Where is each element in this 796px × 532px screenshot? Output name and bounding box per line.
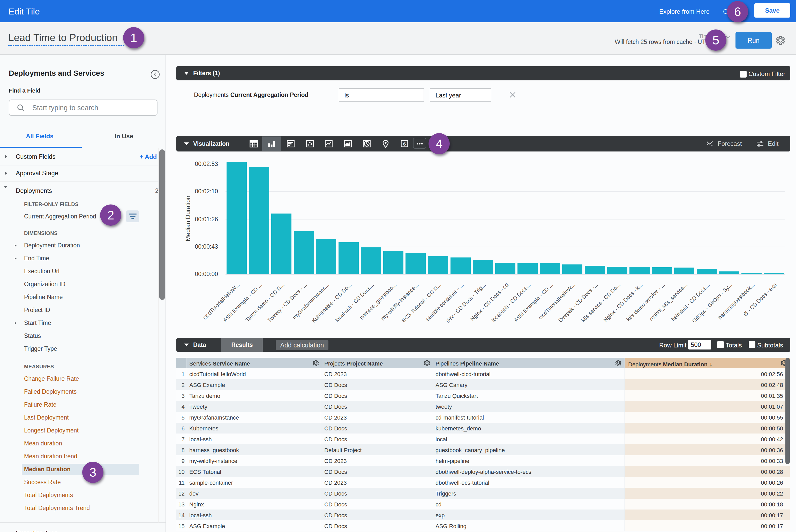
- svg-text:6: 6: [403, 141, 406, 147]
